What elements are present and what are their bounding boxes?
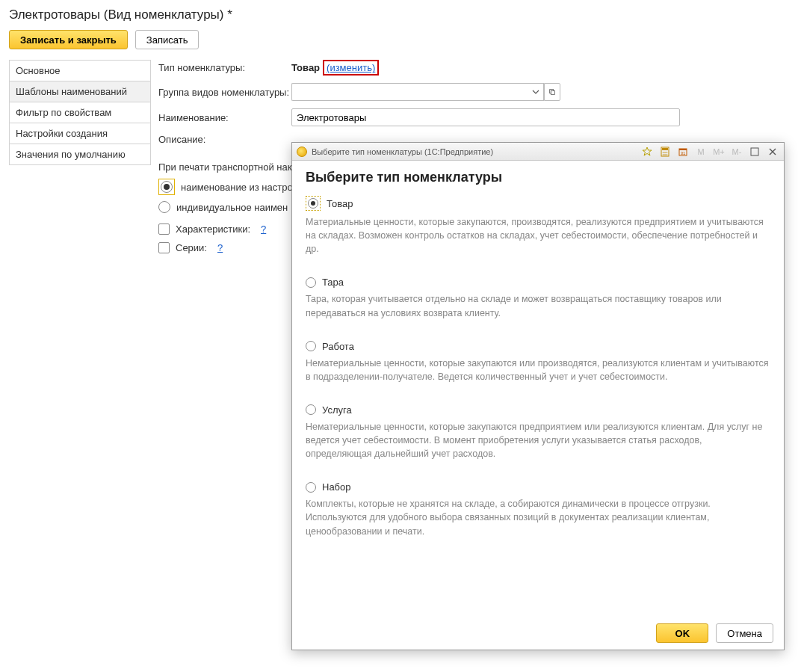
svg-point-4	[663, 152, 664, 153]
page-title: Электротовары (Вид номенклатуры) *	[9, 7, 792, 22]
app-icon	[297, 147, 307, 157]
radio-from-settings-label: наименование из настрое	[181, 182, 298, 193]
svg-point-9	[667, 154, 668, 155]
option-nabor-desc: Комплекты, которые не хранятся на складе…	[306, 497, 770, 537]
svg-rect-13	[751, 148, 758, 155]
option-rabota-radio[interactable]	[306, 341, 316, 351]
option-tovar: Товар Материальные ценности, которые зак…	[306, 196, 770, 256]
option-nabor-radio[interactable]	[306, 482, 316, 493]
modal-footer: OK Отмена	[292, 617, 784, 650]
modal-ok-button[interactable]: OK	[656, 623, 708, 643]
svg-rect-3	[662, 148, 668, 150]
series-checkbox[interactable]	[158, 242, 170, 253]
mem-mplus-button[interactable]: M+	[712, 146, 726, 158]
option-usluga: Услуга Нематериальные ценности, которые …	[306, 404, 770, 460]
modal-cancel-button[interactable]: Отмена	[716, 623, 773, 643]
close-icon[interactable]	[766, 146, 779, 158]
description-label: Описание:	[158, 134, 291, 145]
open-external-icon	[548, 88, 556, 96]
series-label: Серии:	[176, 242, 207, 253]
svg-point-5	[664, 152, 666, 153]
group-label: Группа видов номенклатуры:	[158, 87, 291, 98]
save-button[interactable]: Записать	[135, 30, 200, 49]
name-label: Наименование:	[158, 112, 291, 123]
change-type-highlight: (изменить)	[323, 60, 379, 75]
option-tovar-desc: Материальные ценности, которые закупаютс…	[306, 215, 770, 256]
toolbar: Записать и закрыть Записать	[9, 30, 792, 49]
sidebar-item-creation-settings[interactable]: Настройки создания	[9, 123, 151, 144]
option-usluga-desc: Нематериальные ценности, которые закупаю…	[306, 420, 770, 460]
group-input[interactable]	[291, 83, 528, 101]
sidebar-item-default-values[interactable]: Значения по умолчанию	[9, 144, 151, 165]
maximize-icon[interactable]	[748, 146, 761, 158]
radio-individual-name[interactable]	[158, 201, 170, 213]
sidebar: Основное Шаблоны наименований Фильтр по …	[9, 60, 151, 259]
modal-titlebar-text: Выберите тип номенклатуры (1С:Предприяти…	[312, 147, 493, 156]
group-combo	[291, 83, 560, 101]
option-rabota-desc: Нематериальные ценности, которые закупаю…	[306, 357, 770, 383]
radio-individual-name-label: индивидуальное наимен	[176, 202, 288, 213]
radio-from-settings-highlight	[158, 179, 175, 195]
option-tovar-radio[interactable]	[308, 198, 318, 209]
sidebar-item-main[interactable]: Основное	[9, 60, 151, 81]
calendar-icon[interactable]: 31	[676, 146, 690, 158]
svg-text:31: 31	[681, 151, 686, 155]
svg-point-6	[667, 152, 668, 153]
favorite-icon[interactable]	[640, 146, 654, 158]
change-type-link[interactable]: (изменить)	[327, 62, 375, 73]
option-rabota-label: Работа	[322, 341, 354, 352]
radio-from-settings[interactable]	[161, 181, 173, 193]
option-tara: Тара Тара, которая учитывается отдельно …	[306, 277, 770, 319]
modal-titlebar: Выберите тип номенклатуры (1С:Предприяти…	[292, 143, 784, 161]
type-label: Тип номенклатуры:	[158, 62, 291, 73]
series-help-link[interactable]: ?	[217, 242, 223, 253]
option-tovar-label: Товар	[327, 198, 353, 209]
group-open-button[interactable]	[544, 83, 560, 101]
characteristics-help-link[interactable]: ?	[261, 224, 266, 235]
chevron-down-icon	[532, 88, 539, 96]
option-usluga-radio[interactable]	[306, 404, 316, 415]
svg-rect-1	[551, 90, 554, 94]
option-nabor: Набор Комплекты, которые не хранятся на …	[306, 481, 770, 537]
option-usluga-label: Услуга	[322, 404, 352, 416]
option-tara-radio[interactable]	[306, 277, 316, 288]
characteristics-checkbox[interactable]	[158, 224, 170, 235]
option-rabota: Работа Нематериальные ценности, которые …	[306, 341, 770, 383]
group-dropdown-button[interactable]	[528, 83, 544, 101]
type-value: Товар	[291, 62, 320, 73]
svg-point-8	[664, 154, 666, 155]
name-input[interactable]	[291, 108, 680, 126]
save-and-close-button[interactable]: Записать и закрыть	[9, 30, 128, 49]
mem-mminus-button[interactable]: M-	[730, 146, 743, 158]
calculator-icon[interactable]	[658, 146, 672, 158]
mem-m-button[interactable]: M	[694, 146, 708, 158]
svg-point-7	[663, 154, 664, 155]
sidebar-item-name-templates[interactable]: Шаблоны наименований	[9, 81, 151, 102]
sidebar-item-property-filter[interactable]: Фильтр по свойствам	[9, 102, 151, 123]
modal-heading: Выберите тип номенклатуры	[306, 170, 770, 185]
characteristics-label: Характеристики:	[176, 224, 250, 235]
select-type-modal: Выберите тип номенклатуры (1С:Предприяти…	[291, 142, 785, 650]
option-tara-label: Тара	[322, 277, 344, 288]
option-nabor-label: Набор	[322, 481, 351, 493]
svg-rect-11	[679, 149, 687, 150]
option-tara-desc: Тара, которая учитывается отдельно на ск…	[306, 292, 770, 319]
